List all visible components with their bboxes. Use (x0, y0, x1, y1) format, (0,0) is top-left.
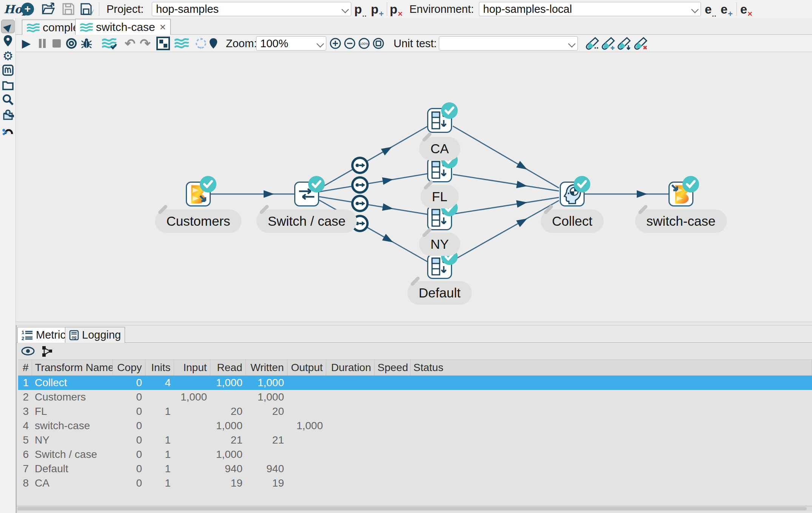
zoom-select[interactable]: 100% (256, 35, 326, 52)
new-button[interactable]: + (21, 0, 34, 18)
col-header-num[interactable]: # (18, 360, 32, 376)
tab-switch-case[interactable]: switch-case × (75, 19, 171, 35)
refresh-button[interactable] (195, 35, 207, 52)
table-cell: 20 (210, 404, 245, 419)
unit-test-edit-button[interactable] (585, 35, 600, 52)
environment-edit-button[interactable]: e.. (705, 0, 716, 18)
data-orchestration-perspective-button[interactable] (1, 34, 15, 48)
col-header-copy[interactable]: Copy (113, 360, 145, 376)
save-as-button[interactable] (80, 0, 95, 18)
node-label-ca[interactable]: CA (419, 137, 460, 160)
col-header-output[interactable]: Output (287, 360, 326, 376)
col-header-speed[interactable]: Speed (374, 360, 410, 376)
transform-node-fl[interactable]: c (427, 157, 452, 182)
col-header-input[interactable]: Input (174, 360, 210, 376)
unit-test-select[interactable] (439, 35, 578, 52)
node-label-text: switch-case (647, 214, 716, 229)
table-row[interactable]: 6Switch / case011,000 (18, 447, 812, 462)
preview-button[interactable] (66, 35, 77, 52)
pipeline-button[interactable] (174, 35, 190, 52)
plugins-perspective-button[interactable] (1, 108, 15, 122)
table-row[interactable]: 4switch-case01,0001,000 (18, 419, 812, 433)
show-results-button[interactable] (156, 35, 170, 52)
unit-test-detach-button[interactable] (617, 35, 631, 52)
location-pin-icon (3, 35, 12, 47)
col-header-status[interactable]: Status (410, 360, 812, 376)
transform-node-collect[interactable] (560, 182, 585, 206)
zoom-fit-button[interactable] (372, 35, 384, 52)
horizontal-scrollbar[interactable] (17, 506, 812, 511)
switch-target-hop-icon[interactable] (352, 158, 367, 173)
table-cell: 21 (245, 433, 287, 447)
environment-delete-button[interactable]: e× (740, 0, 752, 18)
table-cell (374, 419, 410, 433)
switch-target-hop-icon[interactable] (352, 196, 367, 211)
unit-test-add-button[interactable] (601, 35, 616, 52)
project-edit-button[interactable]: p.. (354, 0, 366, 18)
show-hide-results-button[interactable] (21, 347, 35, 356)
project-select[interactable]: hop-samples (152, 0, 351, 18)
node-label-collect[interactable]: Collect (541, 210, 604, 233)
node-label-default[interactable]: Default (408, 281, 472, 305)
results-panel-icon (156, 37, 170, 50)
folder-icon (2, 80, 14, 90)
undo-button[interactable]: ↶ (125, 35, 136, 52)
table-row[interactable]: 3FL012020 (18, 404, 812, 419)
zoom-out-button[interactable] (344, 35, 356, 52)
zoom-100-button[interactable]: 100% (358, 35, 370, 52)
view-topology-button[interactable] (42, 345, 53, 357)
panel-resize-sash[interactable] (16, 322, 812, 325)
unit-test-delete-button[interactable] (634, 35, 648, 52)
tab-logging[interactable]: og Logging (65, 327, 125, 343)
zoom-100-icon: 100% (358, 37, 370, 49)
pin-button[interactable] (209, 35, 218, 52)
transform-node-default[interactable]: c (427, 254, 452, 279)
transform-node-switch-case-output[interactable] (668, 182, 693, 206)
pause-button[interactable] (39, 35, 46, 52)
col-header-inits[interactable]: Inits (145, 360, 174, 376)
node-label-ny[interactable]: NY (419, 233, 460, 256)
save-button[interactable] (62, 0, 75, 18)
configuration-perspective-button[interactable]: ⚙ (1, 49, 15, 63)
node-label-switch-case-output[interactable]: switch-case (635, 210, 727, 233)
col-header-duration[interactable]: Duration (326, 360, 374, 376)
node-label-customers[interactable]: Customers (155, 210, 241, 233)
success-check-badge (574, 176, 590, 193)
transform-node-switch-case[interactable] (294, 182, 319, 206)
run-button[interactable]: ▶ (22, 35, 31, 52)
project-add-button[interactable]: p+ (371, 0, 383, 18)
close-icon[interactable]: × (160, 21, 166, 33)
pointer-tool-button[interactable]: ▶ (1, 20, 15, 33)
pipeline-canvas[interactable]: c c c (16, 52, 812, 322)
environment-add-button[interactable]: e+ (721, 0, 732, 18)
metadata-perspective-button[interactable] (1, 63, 15, 77)
transform-node-ca[interactable]: c (427, 108, 452, 133)
check-pipeline-button[interactable] (102, 35, 117, 52)
table-row[interactable]: 1Collect041,0001,000 (18, 376, 812, 390)
search-perspective-button[interactable] (1, 93, 15, 106)
table-cell (374, 404, 410, 419)
transform-node-customers[interactable] (186, 182, 211, 206)
stop-button[interactable] (52, 35, 61, 52)
redo-button[interactable]: ↷ (140, 35, 151, 52)
project-delete-button[interactable]: p× (390, 0, 402, 18)
col-header-read[interactable]: Read (210, 360, 245, 376)
table-row[interactable]: 7Default01940940 (18, 462, 812, 476)
table-row[interactable]: 2Customers01,0001,000 (18, 390, 812, 404)
neo4j-perspective-button[interactable] (1, 123, 15, 137)
col-header-written[interactable]: Written (245, 360, 287, 376)
col-header-name[interactable]: Transform Name (32, 360, 113, 376)
switch-target-hop-icon[interactable] (352, 177, 367, 193)
table-row[interactable]: 5NY012121 (18, 433, 812, 447)
metrics-list-icon: 1 2 (22, 330, 33, 340)
file-explorer-perspective-button[interactable] (1, 79, 15, 92)
scrollbar-thumb[interactable] (17, 507, 807, 510)
debug-button[interactable] (81, 35, 92, 52)
open-button[interactable] (42, 0, 56, 18)
node-label-fl[interactable]: FL (421, 185, 459, 208)
table-row[interactable]: 8CA011919 (18, 476, 812, 490)
node-label-switch-case[interactable]: Switch / case (256, 210, 357, 233)
zoom-in-button[interactable] (329, 35, 341, 52)
transform-node-ny[interactable]: c (427, 205, 452, 230)
environment-select[interactable]: hop-samples-local (479, 0, 701, 18)
